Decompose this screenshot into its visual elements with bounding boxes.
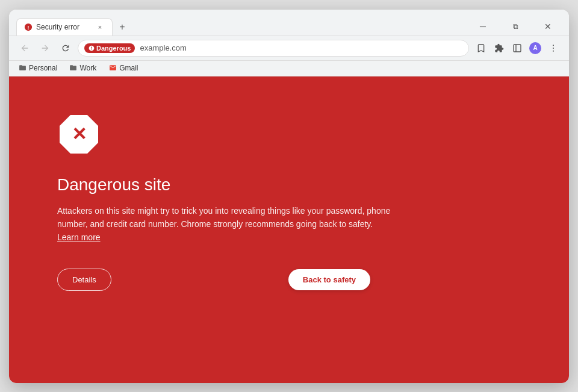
folder-icon <box>19 64 26 72</box>
bookmark-gmail-label: Gmail <box>119 64 138 72</box>
tab-title: Security error <box>36 23 92 31</box>
svg-point-9 <box>553 50 554 51</box>
error-actions: Details Back to safety <box>57 269 370 291</box>
danger-icon <box>89 45 95 51</box>
extensions-icon <box>494 43 504 53</box>
svg-rect-4 <box>91 49 92 49</box>
svg-point-8 <box>553 48 554 49</box>
forward-icon <box>40 43 50 53</box>
reload-button[interactable] <box>57 40 74 57</box>
tab-close-button[interactable]: × <box>95 22 105 32</box>
back-button[interactable] <box>16 40 33 57</box>
bookmarks-bar: Personal Work Gmail <box>9 61 569 76</box>
svg-rect-5 <box>514 45 521 52</box>
back-to-safety-button[interactable]: Back to safety <box>288 269 370 290</box>
bookmark-personal-label: Personal <box>29 64 57 72</box>
title-bar: ! Security error × + ─ ⧉ ✕ <box>9 10 569 36</box>
browser-window: ! Security error × + ─ ⧉ ✕ <box>9 10 569 383</box>
sidebar-icon <box>512 43 522 53</box>
details-button[interactable]: Details <box>57 269 111 291</box>
window-controls: ─ ⧉ ✕ <box>139 21 562 36</box>
danger-octagon-icon: ✕ <box>57 113 101 156</box>
menu-button[interactable] <box>545 40 562 57</box>
menu-icon <box>548 43 558 53</box>
tabs-row: ! Security error × + ─ ⧉ ✕ <box>16 18 562 36</box>
error-description-text: Attackers on this site might try to tric… <box>57 206 390 229</box>
learn-more-link[interactable]: Learn more <box>57 232 101 242</box>
bookmark-work[interactable]: Work <box>67 63 99 73</box>
error-description: Attackers on this site might try to tric… <box>57 204 394 244</box>
extensions-button[interactable] <box>491 40 508 57</box>
sidebar-button[interactable] <box>509 40 526 57</box>
forward-button[interactable] <box>37 40 54 57</box>
gmail-icon <box>108 64 117 72</box>
new-tab-button[interactable]: + <box>114 19 131 36</box>
page-content: ✕ Dangerous site Attackers on this site … <box>9 76 569 383</box>
address-bar[interactable]: Dangerous example.com <box>78 40 469 57</box>
bookmark-icon <box>476 43 486 53</box>
maximize-button[interactable]: ⧉ <box>502 21 529 32</box>
bookmark-work-label: Work <box>79 64 96 72</box>
folder-work-icon <box>69 64 77 72</box>
reload-icon <box>61 43 70 53</box>
address-text: example.com <box>140 43 186 52</box>
close-window-button[interactable]: ✕ <box>534 21 562 32</box>
svg-text:!: ! <box>28 24 30 30</box>
active-tab[interactable]: ! Security error × <box>16 18 113 36</box>
dangerous-badge: Dangerous <box>84 43 135 53</box>
nav-actions: A <box>473 40 562 57</box>
minimize-button[interactable]: ─ <box>469 21 497 32</box>
back-icon <box>20 43 30 53</box>
error-title: Dangerous site <box>57 175 394 194</box>
svg-point-7 <box>553 45 554 46</box>
error-icon-wrapper: ✕ <box>57 113 394 158</box>
nav-bar: Dangerous example.com A <box>9 36 569 61</box>
bookmark-button[interactable] <box>473 40 489 57</box>
bookmark-gmail[interactable]: Gmail <box>106 63 140 73</box>
svg-rect-3 <box>91 46 92 48</box>
svg-text:✕: ✕ <box>72 124 87 144</box>
error-container: ✕ Dangerous site Attackers on this site … <box>57 113 394 291</box>
gmail-logo-icon <box>109 64 117 72</box>
bookmark-personal[interactable]: Personal <box>16 63 60 73</box>
account-avatar: A <box>529 42 541 54</box>
account-button[interactable]: A <box>527 40 544 57</box>
tab-security-icon: ! <box>24 23 33 31</box>
